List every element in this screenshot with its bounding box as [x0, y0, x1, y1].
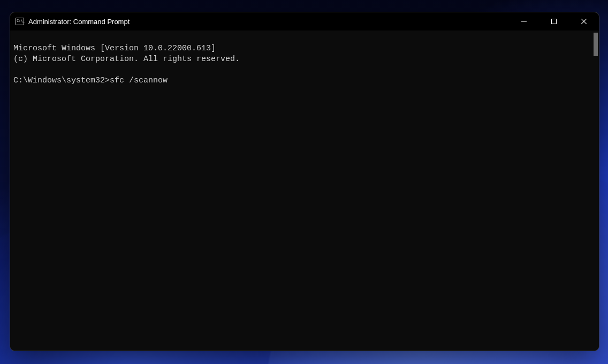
terminal-output[interactable]: Microsoft Windows [Version 10.0.22000.61…	[10, 31, 599, 351]
window-controls	[509, 12, 599, 31]
terminal-command[interactable]: sfc /scannow	[110, 76, 168, 85]
close-icon	[581, 19, 587, 24]
maximize-button[interactable]	[539, 12, 569, 31]
command-prompt-window: Administrator: Command Prompt Mic	[10, 12, 599, 351]
terminal-line: (c) Microsoft Corporation. All rights re…	[13, 55, 240, 64]
window-title: Administrator: Command Prompt	[28, 18, 130, 26]
maximize-icon	[551, 19, 557, 24]
minimize-icon	[521, 19, 527, 24]
scrollbar-thumb[interactable]	[594, 33, 598, 56]
terminal-area[interactable]: Microsoft Windows [Version 10.0.22000.61…	[10, 31, 599, 351]
titlebar[interactable]: Administrator: Command Prompt	[10, 12, 599, 31]
terminal-prompt: C:\Windows\system32>	[13, 76, 110, 85]
close-button[interactable]	[569, 12, 599, 31]
cmd-icon	[16, 18, 24, 25]
terminal-line: Microsoft Windows [Version 10.0.22000.61…	[13, 44, 216, 53]
minimize-button[interactable]	[509, 12, 539, 31]
svg-rect-1	[552, 19, 557, 24]
